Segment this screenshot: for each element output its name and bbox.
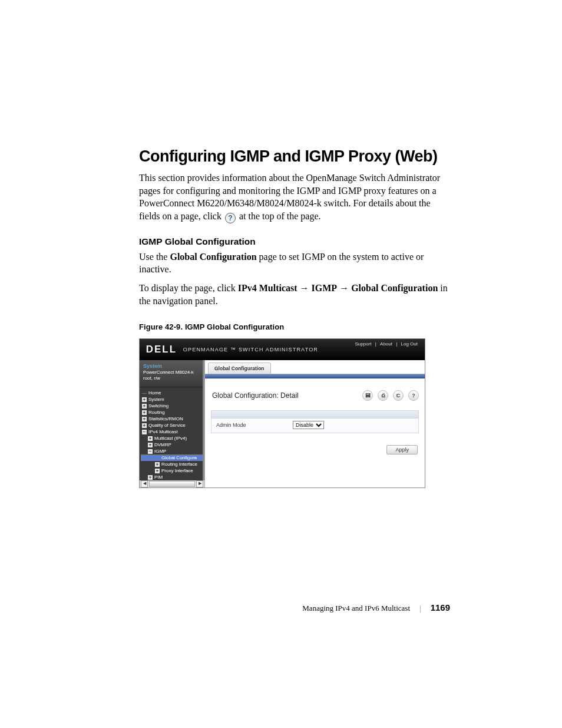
tree-item-label: PIM xyxy=(154,475,163,480)
form-area: Admin Mode Disable xyxy=(211,410,419,433)
tree-item[interactable]: −IGMP xyxy=(141,448,203,454)
tree-item-label: System xyxy=(148,397,164,402)
nav2: IGMP xyxy=(312,283,338,293)
expand-icon[interactable]: + xyxy=(148,436,153,441)
nav3: Global Configuration xyxy=(351,283,438,293)
help-icon[interactable]: ? xyxy=(408,390,419,401)
admin-mode-row: Admin Mode Disable xyxy=(211,419,418,433)
tree-item[interactable]: Global Configura xyxy=(141,454,203,461)
tree-item[interactable]: +Routing Interface xyxy=(141,461,203,467)
page-footer: Managing IPv4 and IPv6 Multicast | 1169 xyxy=(302,602,450,613)
tree-item[interactable]: +System xyxy=(141,396,203,403)
footer-page-number: 1169 xyxy=(431,602,450,612)
collapse-icon[interactable]: − xyxy=(142,430,147,434)
expand-icon[interactable]: + xyxy=(142,417,147,421)
tree-item[interactable]: +Quality of Service xyxy=(141,422,203,429)
tree-item[interactable]: +Proxy Interface xyxy=(141,467,203,474)
footer-separator: | xyxy=(419,604,421,613)
tree-item-label: Routing Interface xyxy=(161,462,197,467)
navigation-paragraph: To display the page, click IPv4 Multicas… xyxy=(139,282,450,307)
model-label: PowerConnect M8024-k xyxy=(143,370,201,375)
figure-caption: Figure 42-9. IGMP Global Configuration xyxy=(139,322,450,331)
tab-strip xyxy=(205,374,425,378)
admin-mode-label: Admin Mode xyxy=(216,422,293,428)
tree-item-label: Proxy Interface xyxy=(161,468,193,473)
tree-item[interactable]: +Routing xyxy=(141,409,203,416)
tree-item[interactable]: −IPv4 Multicast xyxy=(141,429,203,435)
expand-icon[interactable]: + xyxy=(155,469,160,473)
nav1: IPv4 Multicast xyxy=(238,283,297,293)
scroll-left-icon[interactable]: ◀ xyxy=(141,480,148,487)
p2b: Global Configuration xyxy=(170,252,256,262)
user-label: root, r/w xyxy=(143,375,201,381)
app-header: DELL OPENMANAGE ™ SWITCH ADMINISTRATOR S… xyxy=(140,339,425,360)
sidebar-system-block: System PowerConnect M8024-k root, r/w xyxy=(140,360,204,387)
tree-item-label: Multicast (IPv4) xyxy=(154,436,187,441)
expand-icon[interactable]: + xyxy=(148,443,153,447)
tree-item-label: Quality of Service xyxy=(148,423,186,428)
about-link[interactable]: About xyxy=(380,341,392,347)
expand-icon[interactable]: + xyxy=(155,462,160,467)
tree-item-label: Switching xyxy=(148,403,168,409)
refresh-icon[interactable]: C xyxy=(393,390,404,401)
expand-icon[interactable]: + xyxy=(148,475,153,480)
sep: | xyxy=(375,341,376,347)
leaf-icon: — xyxy=(142,391,147,396)
toolbar: 🖬 ⎙ C ? xyxy=(362,390,419,401)
tree-item-label: Statistics/RMON xyxy=(148,416,183,421)
tab-global-configuration[interactable]: Global Configuration xyxy=(208,363,271,374)
usage-paragraph: Use the Global Configuration page to set… xyxy=(139,251,450,276)
intro-text-2: at the top of the page. xyxy=(239,211,321,221)
admin-mode-select[interactable]: Disable xyxy=(293,421,324,429)
tree-item-label: Global Configura xyxy=(161,455,197,460)
support-link[interactable]: Support xyxy=(355,341,372,347)
tree-item[interactable]: +Switching xyxy=(141,403,203,409)
arrow-icon: → xyxy=(339,283,349,293)
apply-button[interactable]: Apply xyxy=(386,445,418,454)
system-label: System xyxy=(143,363,201,370)
help-icon: ? xyxy=(225,213,236,223)
tree-item-label: Routing xyxy=(148,410,165,415)
expand-icon[interactable]: + xyxy=(142,404,147,409)
p2a: Use the xyxy=(139,252,170,262)
nav-sidebar: System PowerConnect M8024-k root, r/w —H… xyxy=(140,360,204,487)
tree-item[interactable]: +DVMRP xyxy=(141,442,203,448)
tree-item-label: IPv4 Multicast xyxy=(148,429,178,434)
print-icon[interactable]: ⎙ xyxy=(378,390,388,401)
scroll-thumb[interactable] xyxy=(149,481,195,487)
tree-item-label: IGMP xyxy=(154,449,166,454)
arrow-icon: → xyxy=(300,283,309,293)
tree-item[interactable]: +Statistics/RMON xyxy=(141,416,203,422)
form-header-row xyxy=(211,411,418,419)
tree-item[interactable]: —Home xyxy=(141,390,203,396)
tree-item[interactable]: +PIM xyxy=(141,474,203,480)
expand-icon[interactable]: + xyxy=(142,410,147,415)
p3a: To display the page, click xyxy=(139,283,238,293)
content-pane: Global Configuration Global Configuratio… xyxy=(204,360,425,487)
footer-section: Managing IPv4 and IPv6 Multicast xyxy=(302,604,410,613)
sep: | xyxy=(396,341,397,347)
logout-link[interactable]: Log Out xyxy=(401,341,418,347)
section-subhead: IGMP Global Configuration xyxy=(139,236,450,247)
collapse-icon[interactable]: − xyxy=(148,449,153,454)
page-title: Configuring IGMP and IGMP Proxy (Web) xyxy=(139,147,450,166)
tree-item-label: DVMRP xyxy=(154,442,171,447)
save-icon[interactable]: 🖬 xyxy=(362,390,373,401)
scroll-right-icon[interactable]: ▶ xyxy=(196,480,203,487)
detail-title: Global Configuration: Detail xyxy=(212,391,299,400)
nav-tree: —Home+System+Switching+Routing+Statistic… xyxy=(140,387,204,487)
expand-icon[interactable]: + xyxy=(142,397,147,402)
expand-icon[interactable]: + xyxy=(142,423,147,428)
tree-item-label: Home xyxy=(148,390,161,396)
header-links: Support | About | Log Out xyxy=(354,341,419,347)
tree-item[interactable]: +Multicast (IPv4) xyxy=(141,435,203,442)
intro-paragraph: This section provides information about … xyxy=(139,172,450,223)
dell-logo: DELL xyxy=(138,344,184,355)
screenshot-frame: DELL OPENMANAGE ™ SWITCH ADMINISTRATOR S… xyxy=(139,338,425,488)
app-title: OPENMANAGE ™ SWITCH ADMINISTRATOR xyxy=(183,347,318,353)
sidebar-scrollbar[interactable]: ◀ ▶ xyxy=(140,480,204,487)
